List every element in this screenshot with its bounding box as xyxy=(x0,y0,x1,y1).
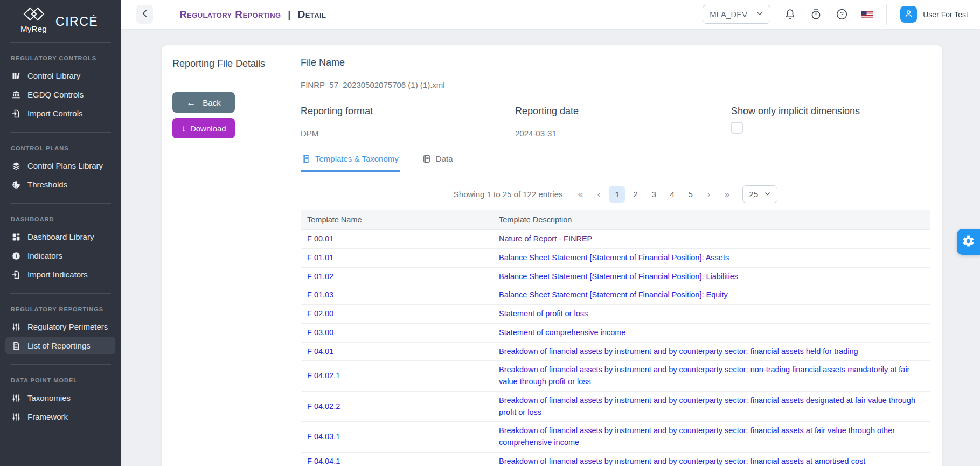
sidebar-item[interactable]: Indicators xyxy=(5,247,115,265)
layers-icon xyxy=(12,162,20,170)
sidebar-item[interactable]: List of Reportings xyxy=(5,337,115,354)
page-numbers: 1 2 3 4 5 xyxy=(608,186,699,203)
prev-page-button[interactable]: ‹ xyxy=(590,186,607,203)
sidebar-section: Control Plans Control Plans Library Thre… xyxy=(0,132,121,198)
sidebar-item[interactable]: Dashboard Library xyxy=(5,228,115,246)
sidebar-item[interactable]: Regulatory Perimeters xyxy=(5,318,115,336)
template-name-link[interactable]: F 04.01 xyxy=(307,347,333,356)
table-row: F 04.04.1 Breakdown of financial assets … xyxy=(301,452,930,466)
user-menu[interactable]: User For Test xyxy=(900,6,968,23)
page-button[interactable]: 1 xyxy=(609,186,625,203)
table-row: F 04.01 Breakdown of financial assets by… xyxy=(301,342,930,361)
templates-table: Template Name Template Description F 00.… xyxy=(301,210,930,466)
table-row: F 01.03 Balance Sheet Statement [Stateme… xyxy=(301,286,930,305)
next-page-button[interactable]: › xyxy=(700,186,717,203)
first-page-button[interactable]: « xyxy=(572,186,588,203)
template-name-link[interactable]: F 00.01 xyxy=(307,234,333,243)
pagination-summary: Showing 1 to 25 of 122 entries xyxy=(454,190,563,199)
template-description-link[interactable]: Nature of Report - FINREP xyxy=(499,234,592,243)
template-name-link[interactable]: F 04.02.1 xyxy=(307,371,340,380)
sidebar-item-label: Thresholds xyxy=(27,180,67,189)
bell-icon[interactable] xyxy=(784,8,796,20)
template-description-link[interactable]: Balance Sheet Statement [Statement of Fi… xyxy=(499,253,729,262)
page-button[interactable]: 5 xyxy=(682,186,698,203)
template-name-link[interactable]: F 02.00 xyxy=(307,309,333,318)
top-bar: Regulatory Reporting | Detail MLA_DEV ? xyxy=(121,0,980,29)
sidebar-item-label: Import Controls xyxy=(27,109,83,118)
template-name-link[interactable]: F 04.03.1 xyxy=(307,432,340,441)
sidebar-section: Dashboard Dashboard Library Indicators xyxy=(0,203,121,288)
sidebar-item-label: Regulatory Perimeters xyxy=(27,322,108,331)
sidebar-item[interactable]: Framework xyxy=(5,408,115,426)
info-icon xyxy=(12,252,20,260)
panel-divider xyxy=(172,79,282,79)
environment-select[interactable]: MLA_DEV xyxy=(703,5,770,24)
pagination: Showing 1 to 25 of 122 entries « ‹ 1 2 3… xyxy=(301,185,930,203)
brand-sub: MyReg xyxy=(20,24,47,33)
sidebar-item[interactable]: Import Controls xyxy=(5,105,115,122)
sidebar-item[interactable]: Import Indicators xyxy=(5,266,115,283)
template-description-link[interactable]: Balance Sheet Statement [Statement of Fi… xyxy=(499,290,728,299)
settings-fab[interactable] xyxy=(957,229,980,255)
template-description-link[interactable]: Breakdown of financial assets by instrum… xyxy=(499,347,858,356)
template-name-link[interactable]: F 04.04.1 xyxy=(307,457,340,465)
sidebar-item[interactable]: Control Library xyxy=(5,67,115,85)
back-button[interactable]: ← Back xyxy=(172,92,235,113)
page-button[interactable]: 4 xyxy=(664,186,680,203)
template-description-link[interactable]: Balance Sheet Statement [Statement of Fi… xyxy=(499,272,738,281)
sidebar-item[interactable]: EGDQ Controls xyxy=(5,86,115,103)
download-button[interactable]: ↓ Download xyxy=(172,118,235,138)
page-size-select[interactable]: 25 xyxy=(742,185,777,203)
environment-value: MLA_DEV xyxy=(710,10,747,19)
page-button[interactable]: 2 xyxy=(627,186,643,203)
sidebar-item-label: Framework xyxy=(27,412,68,421)
equalizer-icon xyxy=(12,323,20,331)
arrow-down-icon: ↓ xyxy=(181,124,186,133)
back-chevron-button[interactable] xyxy=(136,5,153,24)
template-name-link[interactable]: F 01.03 xyxy=(307,290,333,299)
app-logo: MyReg CIRCÉ xyxy=(0,0,121,37)
user-name: User For Test xyxy=(923,10,968,19)
template-name-link[interactable]: F 03.00 xyxy=(307,328,333,337)
tab[interactable]: Data xyxy=(421,154,454,172)
sidebar-section-label: Dashboard xyxy=(0,209,121,226)
sidebar-divider xyxy=(10,203,111,204)
template-description-link[interactable]: Breakdown of financial assets by instrum… xyxy=(499,365,909,386)
column-header-template-name: Template Name xyxy=(301,210,492,230)
table-row: F 00.01 Nature of Report - FINREP xyxy=(301,230,930,249)
implicit-dimensions-checkbox[interactable] xyxy=(731,122,743,134)
header-divider xyxy=(166,5,166,24)
template-description-link[interactable]: Breakdown of financial assets by instrum… xyxy=(499,426,895,447)
arrow-left-icon: ← xyxy=(186,98,196,107)
table-row: F 01.02 Balance Sheet Statement [Stateme… xyxy=(301,267,930,286)
template-name-link[interactable]: F 04.02.2 xyxy=(307,402,340,411)
page-button[interactable]: 3 xyxy=(645,186,662,203)
sidebar-section: Regulatory Controls Control Library EGDQ… xyxy=(0,42,121,127)
sidebar-divider xyxy=(10,132,111,133)
chevron-left-icon xyxy=(140,8,150,20)
tab[interactable]: Templates & Taxonomy xyxy=(301,154,400,172)
user-avatar-button[interactable] xyxy=(900,6,917,23)
template-name-link[interactable]: F 01.02 xyxy=(307,272,333,281)
reporting-format-value: DPM xyxy=(301,129,515,138)
template-description-link[interactable]: Statement of comprehensive income xyxy=(499,328,625,337)
template-description-link[interactable]: Statement of profit or loss xyxy=(499,309,588,318)
table-row: F 04.02.1 Breakdown of financial assets … xyxy=(301,361,930,392)
myreg-diamond-icon xyxy=(23,6,45,24)
header-divider xyxy=(886,4,887,25)
table-row: F 02.00 Statement of profit or loss xyxy=(301,305,930,324)
template-name-link[interactable]: F 01.01 xyxy=(307,253,333,262)
stopwatch-icon[interactable] xyxy=(810,8,822,20)
template-description-link[interactable]: Breakdown of financial assets by instrum… xyxy=(499,457,865,465)
help-circle-icon[interactable]: ? xyxy=(836,8,848,20)
sidebar-item[interactable]: Taxonomies xyxy=(5,389,115,407)
sidebar-item[interactable]: Control Plans Library xyxy=(5,157,115,175)
equalizer-icon xyxy=(12,394,20,402)
tab-label: Data xyxy=(436,154,453,163)
journal-icon xyxy=(302,155,310,163)
template-description-link[interactable]: Breakdown of financial assets by instrum… xyxy=(499,396,915,416)
flag-us-icon[interactable] xyxy=(861,11,873,18)
sidebar-item[interactable]: Thresholds xyxy=(5,176,115,193)
sidebar-section-label: Regulatory Reportings xyxy=(0,299,121,316)
last-page-button[interactable]: » xyxy=(719,186,735,203)
